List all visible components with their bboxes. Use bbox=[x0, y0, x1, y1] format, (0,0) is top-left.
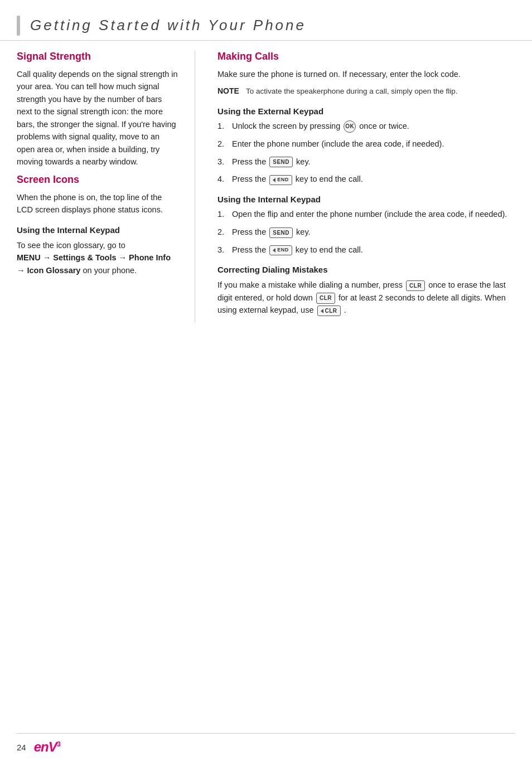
external-keypad-section: Using the External Keypad 1. Unlock the … bbox=[217, 106, 521, 186]
left-column: Signal Strength Call quality depends on … bbox=[17, 51, 195, 322]
int-step3-before: Press the bbox=[232, 245, 268, 254]
int-step3-after: key to end the call. bbox=[296, 245, 363, 254]
making-calls-section: Making Calls Make sure the phone is turn… bbox=[217, 51, 521, 317]
screen-icons-section: Screen Icons When the phone is on, the t… bbox=[17, 174, 178, 277]
internal-keypad-section: Using the Internal Keypad 1. Open the fl… bbox=[217, 195, 521, 256]
send-key-int: SEND bbox=[269, 227, 293, 238]
ext-step4-after: key to end the call. bbox=[296, 174, 363, 183]
note-box: NOTE To activate the speakerphone during… bbox=[217, 86, 521, 97]
signal-strength-title: Signal Strength bbox=[17, 51, 178, 62]
external-keypad-steps: 1. Unlock the screen by pressing OK once… bbox=[217, 120, 521, 186]
correcting-body: If you make a mistake while dialing a nu… bbox=[217, 279, 521, 316]
int-step2-after: key. bbox=[296, 227, 311, 236]
to-see-text: To see the icon glossary, go to bbox=[17, 241, 125, 250]
internal-keypad-steps: 1. Open the flip and enter the phone num… bbox=[217, 209, 521, 256]
int-step2-before: Press the bbox=[232, 227, 268, 236]
ext-step-2: 2. Enter the phone number (include the a… bbox=[217, 138, 521, 151]
external-keypad-title: Using the External Keypad bbox=[217, 106, 521, 116]
clr-key-1: CLR bbox=[406, 280, 425, 292]
internal-keypad-title-right: Using the Internal Keypad bbox=[217, 195, 521, 204]
making-calls-title: Making Calls bbox=[217, 51, 521, 62]
ext-step-4: 4. Press the END key to end the call. bbox=[217, 173, 521, 186]
int-step1-text: Open the flip and enter the phone number… bbox=[232, 209, 521, 221]
clr-key-2: CLR bbox=[316, 293, 335, 304]
corr-text1: If you make a mistake while dialing a nu… bbox=[217, 280, 405, 289]
right-column: Making Calls Make sure the phone is turn… bbox=[212, 51, 521, 322]
ext-step2-text: Enter the phone number (include the area… bbox=[232, 138, 521, 151]
making-calls-intro: Make sure the phone is turned on. If nec… bbox=[217, 68, 521, 80]
int-step-3: 3. Press the END key to end the call. bbox=[217, 244, 521, 256]
page-header: Getting Started with Your Phone bbox=[0, 0, 532, 41]
ext-step1-after: once or twice. bbox=[359, 122, 409, 130]
icon-glossary-text: To see the icon glossary, go to MENU → S… bbox=[17, 239, 178, 277]
page: Getting Started with Your Phone Signal S… bbox=[0, 0, 532, 766]
header-bar bbox=[17, 16, 20, 36]
note-text: To activate the speakerphone during a ca… bbox=[246, 86, 458, 97]
int-step-1: 1. Open the flip and enter the phone num… bbox=[217, 209, 521, 221]
int-step-2: 2. Press the SEND key. bbox=[217, 226, 521, 239]
page-footer: 24 enV3 bbox=[17, 733, 515, 755]
end-key-ext: END bbox=[269, 175, 292, 185]
clr-key-ext: CLR bbox=[317, 306, 341, 317]
corr-text4: . bbox=[344, 306, 346, 314]
end-key-int: END bbox=[269, 245, 292, 255]
screen-icons-body: When the phone is on, the top line of th… bbox=[17, 191, 178, 216]
ext-step4-before: Press the bbox=[232, 174, 268, 183]
page-title: Getting Started with Your Phone bbox=[30, 16, 306, 36]
content-columns: Signal Strength Call quality depends on … bbox=[0, 51, 532, 322]
correcting-title: Correcting Dialing Mistakes bbox=[217, 265, 521, 274]
footer-logo: enV3 bbox=[34, 739, 60, 755]
page-number: 24 bbox=[17, 743, 26, 752]
correcting-section: Correcting Dialing Mistakes If you make … bbox=[217, 265, 521, 316]
ext-step3-after: key. bbox=[296, 157, 311, 166]
ok-key: OK bbox=[344, 120, 356, 133]
ext-step1-before: Unlock the screen by pressing bbox=[232, 122, 342, 130]
signal-strength-body: Call quality depends on the signal stren… bbox=[17, 68, 178, 168]
note-label: NOTE bbox=[217, 86, 239, 95]
send-key-ext: SEND bbox=[269, 157, 293, 167]
signal-strength-section: Signal Strength Call quality depends on … bbox=[17, 51, 178, 168]
ext-step-3: 3. Press the SEND key. bbox=[217, 156, 521, 168]
screen-icons-title: Screen Icons bbox=[17, 174, 178, 186]
internal-keypad-title-left: Using the Internal Keypad bbox=[17, 225, 178, 235]
ext-step-1: 1. Unlock the screen by pressing OK once… bbox=[217, 120, 521, 133]
ext-step3-before: Press the bbox=[232, 157, 268, 166]
on-your-phone-text: on your phone. bbox=[83, 266, 137, 275]
